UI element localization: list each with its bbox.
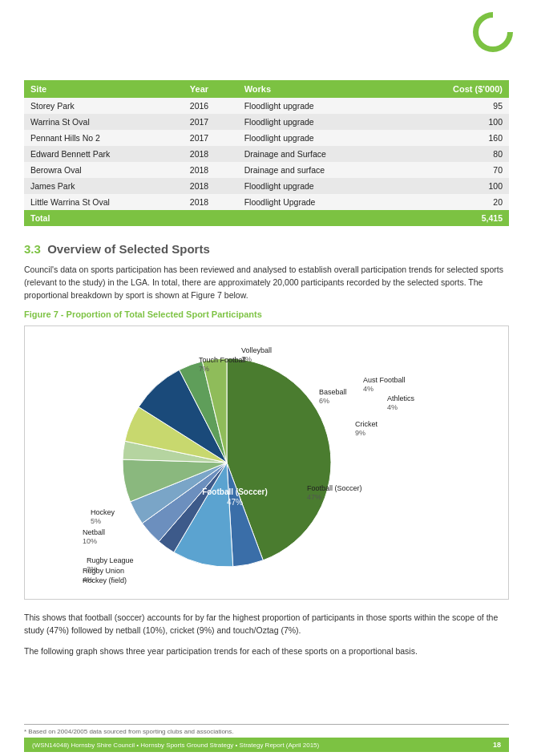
chart-label: Rugby League (87, 556, 134, 564)
chart-label: Baseball (319, 388, 347, 396)
cell-cost: 80 (402, 146, 509, 162)
chart-label-pct: 4% (387, 403, 398, 411)
col-site: Site (24, 80, 184, 98)
logo-icon (469, 8, 517, 56)
footer-area: * Based on 2004/2005 data sourced from s… (0, 720, 533, 756)
table-row: Berowra Oval 2018 Drainage and surface 7… (24, 162, 509, 178)
cell-site: James Park (24, 178, 184, 194)
chart-label: Rugby Union (83, 567, 124, 575)
footer-note: * Based on 2004/2005 data sourced from s… (24, 724, 509, 735)
table-row: Little Warrina St Oval 2018 Floodlight U… (24, 194, 509, 210)
cell-site: Warrina St Oval (24, 114, 184, 130)
chart-label-pct: 7% (199, 365, 209, 373)
chart-label: Hockey (91, 508, 115, 516)
cell-works: Floodlight upgrade (238, 114, 402, 130)
cell-works: Drainage and Surface (238, 146, 402, 162)
footer-page-number: 18 (493, 741, 501, 749)
logo-area (469, 8, 525, 64)
body-text-2: This shows that football (soccer) accoun… (24, 612, 509, 637)
chart-label-pct: 4% (83, 585, 93, 587)
cell-site: Edward Bennett Park (24, 146, 184, 162)
cell-cost: 100 (402, 114, 509, 130)
chart-label-pct: 3% (241, 355, 252, 363)
cell-works: Floodlight upgrade (238, 98, 402, 114)
main-content: Site Year Works Cost ($'000) Storey Park… (0, 0, 533, 730)
cell-works: Floodlight upgrade (238, 178, 402, 194)
chart-label-pct: 9% (355, 429, 365, 437)
table-row: James Park 2018 Floodlight upgrade 100 (24, 178, 509, 194)
table-row: Pennant Hills No 2 2017 Floodlight upgra… (24, 130, 509, 146)
pie-chart-wrapper: Football (Soccer)47%Hockey5%Netball10%Ru… (42, 338, 491, 587)
cell-cost: 20 (402, 194, 509, 210)
cell-site: Storey Park (24, 98, 184, 114)
cell-cost: 160 (402, 130, 509, 146)
chart-label: Cricket (355, 420, 378, 428)
table-row: Storey Park 2016 Floodlight upgrade 95 (24, 98, 509, 114)
cell-cost: 95 (402, 98, 509, 114)
cell-year: 2017 (184, 130, 238, 146)
table-row: Warrina St Oval 2017 Floodlight upgrade … (24, 114, 509, 130)
chart-label-pct: 4% (363, 385, 374, 393)
footer-bar-text: (WSN14048) Hornsby Shire Council • Horns… (32, 742, 319, 749)
chart-label: Hockey (field) (83, 576, 127, 584)
cell-year: 2016 (184, 98, 238, 114)
chart-label-pct: 5% (91, 517, 101, 525)
chart-label: Volleyball (241, 346, 272, 354)
cell-year: 2018 (184, 178, 238, 194)
pie-chart-svg: Football (Soccer)47%Hockey5%Netball10%Ru… (42, 338, 491, 587)
table-total-row: Total 5,415 (24, 210, 509, 226)
chart-label: Aust Football (363, 376, 406, 384)
cell-works: Floodlight Upgrade (238, 194, 402, 210)
cell-site: Little Warrina St Oval (24, 194, 184, 210)
body-text-1: Council's data on sports participation h… (24, 264, 509, 301)
chart-label: Netball (83, 528, 105, 536)
table-row: Edward Bennett Park 2018 Drainage and Su… (24, 146, 509, 162)
works-table: Site Year Works Cost ($'000) Storey Park… (24, 80, 509, 226)
chart-label-pct: 47% (307, 493, 321, 501)
cell-site: Pennant Hills No 2 (24, 130, 184, 146)
cell-works: Drainage and surface (238, 162, 402, 178)
total-cost: 5,415 (402, 210, 509, 226)
chart-label-pct: 10% (83, 537, 97, 545)
cell-year: 2018 (184, 194, 238, 210)
chart-label: Football (Soccer) (307, 484, 362, 492)
cell-cost: 100 (402, 178, 509, 194)
chart-main-pct: 47% (226, 498, 242, 507)
chart-label: Touch Football (199, 356, 246, 364)
chart-main-label: Football (Soccer) (202, 487, 268, 496)
section-heading: 3.3 Overview of Selected Sports (24, 242, 509, 256)
chart-container: Football (Soccer)47%Hockey5%Netball10%Ru… (24, 325, 509, 600)
figure-label: Figure 7 - Proportion of Total Selected … (24, 309, 509, 319)
cell-cost: 70 (402, 162, 509, 178)
col-works: Works (238, 80, 402, 98)
cell-works: Floodlight upgrade (238, 130, 402, 146)
cell-year: 2018 (184, 162, 238, 178)
body-text-3: The following graph shows three year par… (24, 645, 509, 658)
total-label: Total (24, 210, 402, 226)
cell-year: 2018 (184, 146, 238, 162)
footer-bar: (WSN14048) Hornsby Shire Council • Horns… (24, 738, 509, 752)
col-year: Year (184, 80, 238, 98)
cell-year: 2017 (184, 114, 238, 130)
cell-site: Berowra Oval (24, 162, 184, 178)
chart-label: Athletics (387, 394, 415, 402)
chart-label-pct: 6% (319, 397, 329, 405)
col-cost: Cost ($'000) (402, 80, 509, 98)
